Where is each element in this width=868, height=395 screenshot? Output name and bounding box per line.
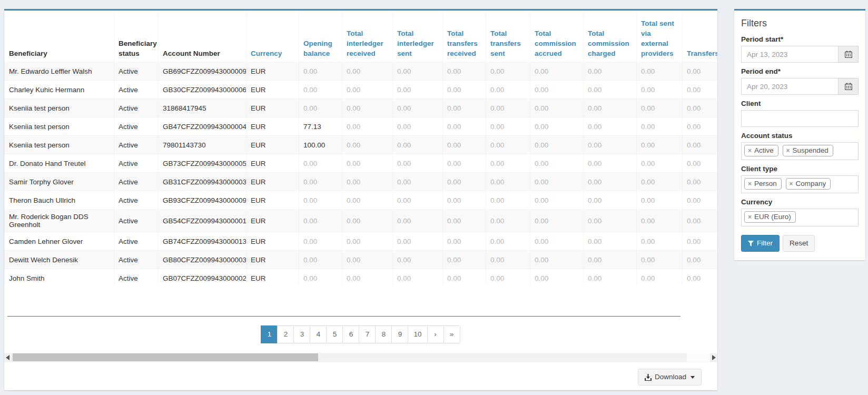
page-link[interactable]: 3	[293, 325, 310, 343]
filters-title: Filters	[741, 18, 859, 29]
client-type-select[interactable]: ×Person ×Company	[741, 175, 859, 193]
remove-tag-icon[interactable]: ×	[786, 147, 790, 154]
cell-beneficiary: Charley Kuhic Hermann	[5, 81, 114, 99]
cell-commission-accrued: 0.00	[530, 269, 584, 285]
cell-beneficiary: Dewitt Welch Denesik	[5, 251, 114, 269]
tag-label: Suspended	[793, 146, 828, 154]
table-row: Charley Kuhic Hermann Active GB30CFZZ009…	[5, 81, 718, 99]
period-end-input[interactable]	[741, 78, 839, 95]
remove-tag-icon[interactable]: ×	[748, 180, 752, 187]
page-link[interactable]: 1	[261, 325, 278, 343]
cell-received-internal: 0.00	[683, 210, 718, 232]
cell-received-internal: 0.00	[683, 81, 718, 99]
column-header[interactable]: Total sent via external providers	[637, 11, 683, 62]
column-header[interactable]: Currency	[246, 11, 299, 62]
cell-currency: EUR	[246, 210, 299, 232]
page-link[interactable]: 2	[277, 325, 294, 343]
filter-button-label: Filter	[757, 239, 773, 248]
page-link[interactable]: 6	[342, 325, 359, 343]
cell-opening-balance: 77.13	[299, 117, 342, 136]
cell-transfers-sent: 0.00	[486, 136, 530, 154]
cell-beneficiary-status: Active	[114, 117, 159, 136]
page-link[interactable]: 5	[326, 325, 343, 343]
cell-received-internal: 0.00	[683, 99, 718, 117]
download-icon	[645, 374, 652, 381]
period-start-input[interactable]	[741, 46, 839, 63]
column-header[interactable]: Account Number	[159, 11, 246, 62]
cell-opening-balance: 0.00	[299, 62, 342, 81]
pagination: 1 2 3 4 5 6	[261, 325, 460, 343]
cell-account-number: GB74CFZZ00994300001300	[159, 232, 246, 251]
cell-commission-charged: 0.00	[584, 99, 637, 117]
filter-button[interactable]: Filter	[741, 235, 780, 252]
page-item: 1	[261, 325, 278, 343]
column-header[interactable]: Total interledger received	[342, 11, 393, 62]
column-header[interactable]: Total interledger sent	[393, 11, 443, 62]
page-link[interactable]: 9	[391, 325, 408, 343]
selected-tag: ×Company	[786, 178, 831, 190]
column-header[interactable]: Total commission accrued	[530, 11, 584, 62]
page-link[interactable]: »	[443, 325, 460, 343]
cell-sent-external-providers: 0.00	[637, 136, 683, 154]
page-link[interactable]: 4	[310, 325, 327, 343]
cell-interledger-received: 0.00	[342, 136, 393, 154]
cell-beneficiary-status: Active	[114, 269, 159, 285]
page-link[interactable]: 8	[375, 325, 392, 343]
table-row: Kseniia test person Active GB47CFZZ00994…	[5, 117, 718, 136]
cell-transfers-received: 0.00	[443, 117, 486, 136]
cell-interledger-sent: 0.00	[393, 269, 443, 285]
client-input[interactable]	[741, 110, 859, 127]
cell-received-internal: 0.00	[683, 154, 718, 173]
cell-sent-external-providers: 0.00	[637, 173, 683, 191]
cell-sent-external-providers: 0.00	[637, 62, 683, 81]
cell-currency: EUR	[246, 99, 299, 117]
period-end-calendar-button[interactable]	[839, 78, 859, 95]
cell-received-internal: 0.00	[683, 173, 718, 191]
column-header[interactable]: Beneficiary	[5, 11, 114, 62]
page-item: 2	[278, 325, 294, 343]
remove-tag-icon[interactable]: ×	[748, 213, 752, 221]
column-header[interactable]: Total transfers sent	[486, 11, 530, 62]
page-item: 6	[343, 325, 359, 343]
column-header[interactable]: Transfers received via internal	[683, 11, 718, 62]
scrollbar-thumb[interactable]	[13, 353, 318, 361]
selected-tag: ×Person	[744, 178, 782, 190]
column-header[interactable]: Total commission charged	[584, 11, 637, 62]
cell-beneficiary-status: Active	[114, 154, 159, 173]
selected-tag: ×Active	[744, 145, 778, 156]
cell-account-number: 31868417945	[159, 99, 246, 117]
column-header[interactable]: Total transfers received	[443, 11, 486, 62]
cell-interledger-sent: 0.00	[393, 136, 443, 154]
reset-button[interactable]: Reset	[783, 235, 815, 252]
scroll-right-arrow-icon[interactable]	[712, 355, 716, 360]
page-link[interactable]: 10	[408, 325, 427, 343]
column-header[interactable]: Opening balance	[299, 11, 342, 62]
page-link[interactable]: ›	[427, 325, 444, 343]
currency-select[interactable]: ×EUR (Euro)	[741, 209, 859, 226]
table-row: Theron Bauch Ullrich Active GB93CFZZ0099…	[5, 191, 718, 210]
cell-interledger-sent: 0.00	[393, 62, 443, 81]
remove-tag-icon[interactable]: ×	[790, 180, 793, 187]
cell-commission-charged: 0.00	[584, 117, 637, 136]
table-header-row: Beneficiary Beneficiary status Account N…	[5, 11, 718, 62]
period-start-calendar-button[interactable]	[839, 46, 859, 63]
column-header[interactable]: Beneficiary status	[114, 11, 159, 62]
page-item: 9	[392, 325, 408, 343]
horizontal-scrollbar[interactable]	[4, 353, 717, 362]
table-scroll-area[interactable]: Beneficiary Beneficiary status Account N…	[4, 11, 717, 285]
cell-opening-balance: 0.00	[299, 269, 342, 285]
download-button[interactable]: Download	[638, 369, 702, 386]
cell-commission-accrued: 0.00	[530, 210, 584, 232]
cell-currency: EUR	[246, 117, 299, 136]
period-end-group	[741, 78, 859, 95]
page-item: 8	[376, 325, 392, 343]
table-row: Camden Lehner Glover Active GB74CFZZ0099…	[5, 232, 718, 251]
scroll-left-arrow-icon[interactable]	[6, 355, 9, 360]
cell-account-number: GB30CFZZ00994300000637	[159, 81, 246, 99]
period-start-group	[741, 46, 859, 63]
account-status-select[interactable]: ×Active ×Suspended	[741, 142, 859, 160]
page-link[interactable]: 7	[359, 325, 376, 343]
currency-label: Currency	[741, 198, 859, 206]
remove-tag-icon[interactable]: ×	[748, 147, 752, 154]
cell-transfers-sent: 0.00	[486, 62, 530, 81]
